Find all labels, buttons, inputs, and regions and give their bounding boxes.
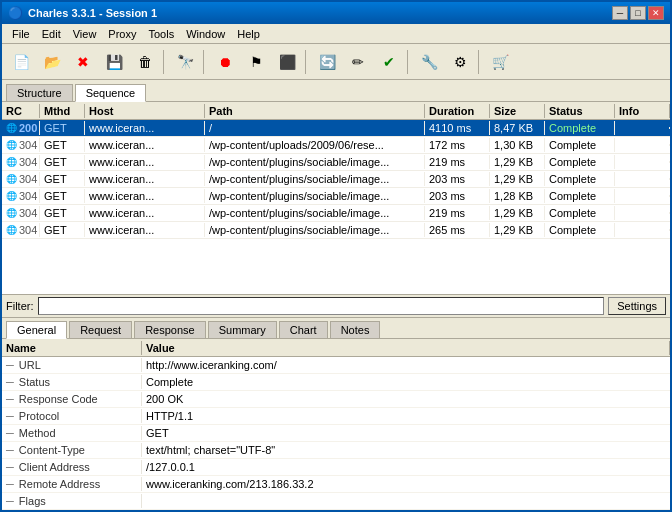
cell-method: GET — [40, 172, 85, 186]
detail-value: http://www.iceranking.com/ — [142, 358, 670, 372]
col-header-duration: Duration — [425, 104, 490, 118]
open-button[interactable]: 📂 — [37, 48, 67, 76]
tab-structure[interactable]: Structure — [6, 84, 73, 101]
tab-summary[interactable]: Summary — [208, 321, 277, 338]
table-header: RC Mthd Host Path Duration Size Status I… — [2, 102, 670, 120]
edit-button[interactable]: ✏ — [343, 48, 373, 76]
check-button[interactable]: ✔ — [374, 48, 404, 76]
filter-bar: Filter: Settings — [2, 294, 670, 318]
detail-value: Complete — [142, 375, 670, 389]
binoculars-button[interactable]: 🔭 — [170, 48, 200, 76]
refresh-button[interactable]: 🔄 — [312, 48, 342, 76]
cell-status: Complete — [545, 189, 615, 203]
table-row[interactable]: 🌐 304 GET www.iceran... /wp-content/plug… — [2, 188, 670, 205]
tab-chart[interactable]: Chart — [279, 321, 328, 338]
save-button[interactable]: 💾 — [99, 48, 129, 76]
cell-method: GET — [40, 223, 85, 237]
cart-button[interactable]: 🛒 — [485, 48, 515, 76]
detail-row: ─ Status Complete — [2, 374, 670, 391]
title-bar: 🔵 Charles 3.3.1 - Session 1 ─ □ ✕ — [2, 2, 670, 24]
table-row[interactable]: 🌐 304 GET www.iceran... /wp-content/plug… — [2, 154, 670, 171]
menu-tools[interactable]: Tools — [142, 27, 180, 41]
details-body: ─ URL http://www.iceranking.com/ ─ Statu… — [2, 357, 670, 510]
close-button[interactable]: ✕ — [648, 6, 664, 20]
cell-rc: 🌐 304 — [2, 172, 40, 186]
minimize-button[interactable]: ─ — [612, 6, 628, 20]
detail-name: ─ Content-Type — [2, 443, 142, 457]
cell-host: www.iceran... — [85, 206, 205, 220]
table-row[interactable]: 🌐 304 GET www.iceran... /wp-content/uplo… — [2, 137, 670, 154]
cell-path: /wp-content/uploads/2009/06/rese... — [205, 138, 425, 152]
detail-value — [142, 500, 670, 502]
filter-input[interactable] — [38, 297, 605, 315]
settings-button[interactable]: Settings — [608, 297, 666, 315]
menubar: File Edit View Proxy Tools Window Help — [2, 24, 670, 44]
new-session-button[interactable]: 📄 — [6, 48, 36, 76]
col-header-status: Status — [545, 104, 615, 118]
cell-host: www.iceran... — [85, 189, 205, 203]
col-header-path: Path — [205, 104, 425, 118]
tab-general[interactable]: General — [6, 321, 67, 339]
cell-info — [615, 127, 670, 129]
table-row[interactable]: 🌐 304 GET www.iceran... /wp-content/plug… — [2, 171, 670, 188]
cell-info — [615, 178, 670, 180]
title-bar-left: 🔵 Charles 3.3.1 - Session 1 — [8, 6, 157, 20]
tools-button[interactable]: 🔧 — [414, 48, 444, 76]
table-row[interactable]: 🌐 304 GET www.iceran... /wp-content/plug… — [2, 222, 670, 239]
toolbar-separator-3 — [305, 50, 309, 74]
menu-proxy[interactable]: Proxy — [102, 27, 142, 41]
menu-edit[interactable]: Edit — [36, 27, 67, 41]
menu-file[interactable]: File — [6, 27, 36, 41]
table-row[interactable]: 🌐 200 GET www.iceran... / 4110 ms 8,47 K… — [2, 120, 670, 137]
detail-row: ─ Content-Type text/html; charset="UTF-8… — [2, 442, 670, 459]
cell-duration: 4110 ms — [425, 121, 490, 135]
cell-path: / — [205, 121, 425, 135]
cell-method: GET — [40, 155, 85, 169]
cell-info — [615, 144, 670, 146]
tab-request[interactable]: Request — [69, 321, 132, 338]
table-row[interactable]: 🌐 304 GET www.iceran... /wp-content/plug… — [2, 205, 670, 222]
cell-duration: 203 ms — [425, 189, 490, 203]
delete-button[interactable]: 🗑 — [130, 48, 160, 76]
detail-name: ─ Method — [2, 426, 142, 440]
tab-notes[interactable]: Notes — [330, 321, 381, 338]
col-header-size: Size — [490, 104, 545, 118]
cell-rc: 🌐 304 — [2, 206, 40, 220]
bottom-panel: General Request Response Summary Chart N… — [2, 318, 670, 510]
cell-rc: 🌐 200 — [2, 121, 40, 135]
tab-sequence[interactable]: Sequence — [75, 84, 147, 102]
menu-view[interactable]: View — [67, 27, 103, 41]
toolbar-separator-4 — [407, 50, 411, 74]
cell-duration: 219 ms — [425, 155, 490, 169]
cell-duration: 172 ms — [425, 138, 490, 152]
settings-gear-button[interactable]: ⚙ — [445, 48, 475, 76]
cell-status: Complete — [545, 206, 615, 220]
maximize-button[interactable]: □ — [630, 6, 646, 20]
table-body: 🌐 200 GET www.iceran... / 4110 ms 8,47 K… — [2, 120, 670, 294]
cell-size: 1,29 KB — [490, 155, 545, 169]
cell-path: /wp-content/plugins/sociable/image... — [205, 223, 425, 237]
cell-path: /wp-content/plugins/sociable/image... — [205, 155, 425, 169]
menu-help[interactable]: Help — [231, 27, 266, 41]
menu-window[interactable]: Window — [180, 27, 231, 41]
toolbar-separator-2 — [203, 50, 207, 74]
main-content: RC Mthd Host Path Duration Size Status I… — [2, 102, 670, 510]
stop-button[interactable]: ⬛ — [272, 48, 302, 76]
top-tabs: Structure Sequence — [2, 80, 670, 102]
toolbar-separator-1 — [163, 50, 167, 74]
cell-rc: 🌐 304 — [2, 138, 40, 152]
toolbar: 📄 📂 ✖ 💾 🗑 🔭 ⏺ ⚑ ⬛ 🔄 ✏ ✔ 🔧 ⚙ 🛒 — [2, 44, 670, 80]
cell-status: Complete — [545, 121, 615, 135]
cell-rc: 🌐 304 — [2, 223, 40, 237]
detail-row: ─ URL http://www.iceranking.com/ — [2, 357, 670, 374]
cell-info — [615, 161, 670, 163]
col-header-host: Host — [85, 104, 205, 118]
cell-host: www.iceran... — [85, 223, 205, 237]
detail-row: ─ Response Code 200 OK — [2, 391, 670, 408]
record-button[interactable]: ⏺ — [210, 48, 240, 76]
tab-response[interactable]: Response — [134, 321, 206, 338]
close-session-button[interactable]: ✖ — [68, 48, 98, 76]
cell-rc: 🌐 304 — [2, 155, 40, 169]
detail-name: ─ Client Address — [2, 460, 142, 474]
flag-button[interactable]: ⚑ — [241, 48, 271, 76]
